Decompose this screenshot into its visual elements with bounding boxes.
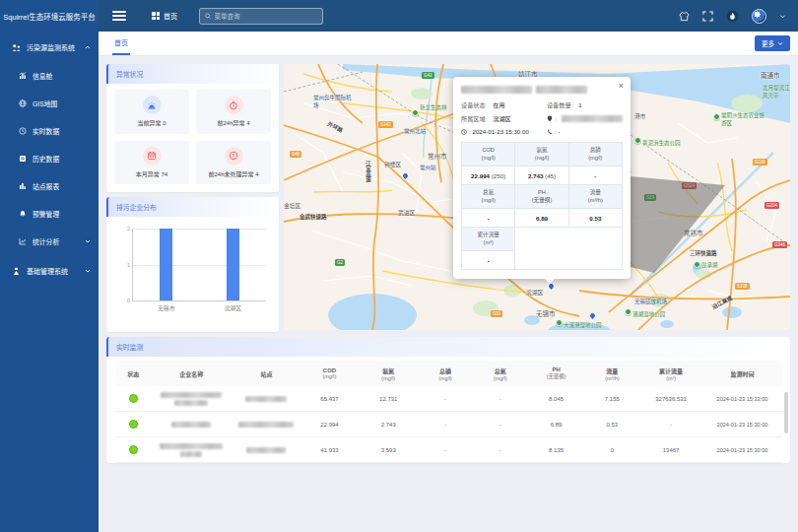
poi-label: 漕湖湿地公园 bbox=[632, 310, 665, 318]
stat-card-current[interactable]: 当前异常 0 bbox=[114, 90, 189, 134]
sidebar-section-basic[interactable]: 基础管理系统 bbox=[0, 255, 99, 286]
sidebar-item-history[interactable]: 历史数据 bbox=[0, 145, 99, 172]
stopwatch-icon bbox=[229, 100, 238, 110]
bar-chart: 2 1 0 无锡市 滨湖区 bbox=[106, 223, 279, 332]
map-label: 港市 bbox=[634, 111, 646, 120]
search-input[interactable] bbox=[214, 13, 317, 20]
sidebar: Squirrel生态环境云服务平台 污染源监测系统 信息舱 GIS地图 实时数据… bbox=[0, 0, 99, 532]
road-badge: S228 bbox=[753, 159, 767, 166]
content: 异常状况 当前异常 0 前24h异常 4 本月异常 74 前24h未处理异常 4 bbox=[99, 56, 798, 532]
sidebar-item-report[interactable]: 站点报表 bbox=[0, 172, 99, 200]
abnormal-status-panel: 异常状况 当前异常 0 前24h异常 4 本月异常 74 前24h未处理异常 4 bbox=[106, 64, 279, 192]
theme-icon[interactable] bbox=[679, 11, 690, 22]
sidebar-item-stats[interactable]: 统计分析 bbox=[0, 228, 99, 255]
bar-report-icon bbox=[19, 182, 27, 190]
poi-label: 昆承湖 bbox=[701, 261, 718, 269]
map-label: 武进区 bbox=[398, 208, 415, 217]
sidebar-section-label: 基础管理系统 bbox=[27, 266, 79, 276]
sidebar-section-pollution[interactable]: 污染源监测系统 bbox=[0, 32, 99, 62]
menu-search[interactable] bbox=[199, 8, 323, 25]
poi-marker bbox=[556, 319, 563, 326]
enterprise-distribution-panel: 排污企业分布 2 1 0 无锡市 滨湖区 bbox=[106, 197, 279, 332]
chevron-down-icon bbox=[777, 41, 783, 46]
basic-system-icon bbox=[12, 267, 21, 276]
poi-marker bbox=[694, 261, 700, 268]
poi-marker bbox=[412, 109, 419, 116]
sidebar-item-info[interactable]: 信息舱 bbox=[0, 62, 99, 90]
clock-icon bbox=[19, 127, 27, 135]
road-badge: S39 bbox=[491, 310, 502, 317]
chevron-up-icon bbox=[85, 45, 91, 49]
map-label: 常熟市 bbox=[684, 228, 703, 237]
poi-label: 黄泥浜生态公园 bbox=[642, 139, 681, 147]
table-row[interactable]: 65.437 12.731 - - 8.045 7.155 327636.531… bbox=[116, 386, 782, 412]
popup-phone: : - bbox=[555, 128, 561, 135]
panel-title: 异常状况 bbox=[106, 64, 279, 84]
map-label: 无锡市 bbox=[536, 308, 556, 318]
road-label: 金武快速路 bbox=[299, 213, 327, 221]
road-badge: S48 bbox=[290, 151, 301, 158]
pin-icon bbox=[547, 115, 553, 122]
menu-toggle-icon[interactable] bbox=[112, 11, 126, 21]
road-badge: G204 bbox=[765, 202, 779, 209]
poi-label: 新龙生态林 bbox=[420, 103, 447, 111]
stat-card-24h[interactable]: 前24h异常 4 bbox=[196, 90, 271, 134]
map-label: 钟楼区 bbox=[384, 160, 401, 168]
panel-title: 实时监测 bbox=[106, 337, 790, 357]
map[interactable]: 靖江市 南通市 常州市 钟楼区 武进区 金坛区 无锡市 滨湖区 常熟市 港市 金… bbox=[284, 64, 790, 330]
monitor-system-icon bbox=[12, 43, 21, 52]
sidebar-section-label: 污染源监测系统 bbox=[27, 42, 79, 52]
road-badge: S338 bbox=[735, 283, 750, 290]
road-badge: S19 bbox=[644, 194, 656, 201]
table-row[interactable]: 22.994 2.743 - - 6.89 0.53 - 2024-01-23 … bbox=[116, 412, 782, 437]
status-dot bbox=[129, 420, 138, 429]
device-status-value: 在用 bbox=[493, 100, 504, 109]
bar-binhu[interactable] bbox=[227, 229, 239, 300]
popup-time: : 2024-01-23 15:30:00 bbox=[469, 128, 529, 135]
phone-icon bbox=[547, 129, 553, 135]
poi-label: 常阴沙生态农业旅游区 bbox=[721, 111, 766, 127]
map-label: 金坛区 bbox=[284, 201, 300, 210]
road-badge: G42 bbox=[422, 72, 434, 79]
stat-card-unhandled[interactable]: 前24h未处理异常 4 bbox=[196, 141, 271, 185]
bell-icon bbox=[19, 210, 27, 218]
map-popup: × 设备状态: 在用 设备数量: 1 所属区域: 滨湖区 : : 2024-01… bbox=[453, 77, 631, 279]
topbar: 首页 bbox=[99, 0, 798, 32]
road-badge: G2 bbox=[335, 259, 345, 266]
more-button[interactable]: 更多 bbox=[755, 35, 790, 51]
bar-wuxi[interactable] bbox=[160, 229, 172, 300]
panel-title: 排污企业分布 bbox=[106, 197, 279, 217]
station-label: 常州北站 bbox=[404, 127, 426, 135]
poi-marker bbox=[625, 308, 632, 315]
poi-marker bbox=[713, 113, 720, 120]
brand-logo: Squirrel生态环境云服务平台 bbox=[0, 0, 99, 32]
search-icon bbox=[205, 13, 211, 20]
station-label: 常州站 bbox=[420, 164, 436, 171]
chevron-down-icon bbox=[85, 239, 91, 243]
map-label: 滨湖区 bbox=[526, 288, 543, 297]
sidebar-item-warning[interactable]: 预警管理 bbox=[0, 200, 99, 228]
close-icon[interactable]: × bbox=[619, 82, 624, 91]
stat-card-month[interactable]: 本月异常 74 bbox=[114, 141, 189, 185]
breadcrumb[interactable]: 首页 bbox=[152, 11, 177, 21]
trend-icon bbox=[19, 237, 27, 245]
globe-icon bbox=[19, 100, 27, 107]
flame-icon[interactable] bbox=[726, 10, 739, 23]
calendar-icon bbox=[147, 151, 157, 161]
realtime-monitor-panel: 实时监测 状态 企业名称 站点 COD(mg/l) 氨氮(mg/l) 总磷(mg… bbox=[106, 337, 790, 463]
table-row[interactable]: 41.933 3.593 - - 8.135 0 13467 2024-01-2… bbox=[116, 437, 782, 463]
map-label: 南通市 bbox=[761, 70, 780, 80]
road-label: 江宜高速 bbox=[365, 161, 372, 182]
fullscreen-icon[interactable] bbox=[702, 11, 713, 22]
sidebar-item-realtime[interactable]: 实时数据 bbox=[0, 117, 99, 145]
avatar[interactable] bbox=[752, 9, 766, 24]
table-scrollbar[interactable] bbox=[784, 392, 788, 433]
sidebar-item-gis[interactable]: GIS地图 bbox=[0, 90, 99, 117]
poi-label: 北月堤滨江风光带 bbox=[763, 84, 790, 100]
monitor-table: 状态 企业名称 站点 COD(mg/l) 氨氮(mg/l) 总磷(mg/l) 总… bbox=[116, 361, 782, 459]
poi-label: 大溪港湿地公园 bbox=[564, 321, 602, 329]
tab-home[interactable]: 首页 bbox=[112, 32, 130, 55]
alert-circle-icon bbox=[229, 151, 238, 161]
alarm-lamp-icon bbox=[147, 100, 157, 110]
user-menu-chevron-icon[interactable] bbox=[779, 13, 786, 20]
